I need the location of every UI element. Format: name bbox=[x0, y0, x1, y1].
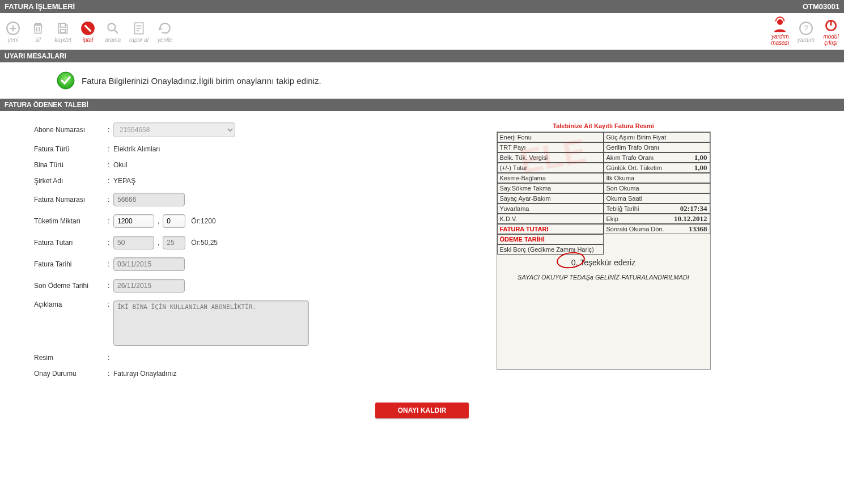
bill-left-row: TRT Payı bbox=[497, 142, 604, 153]
fatura-turu-label: Fatura Türü bbox=[34, 145, 108, 153]
save-icon bbox=[54, 20, 71, 37]
bill-right-row: Tebliğ Tarihi02:17:34 bbox=[604, 204, 710, 214]
headset-person-icon bbox=[771, 16, 788, 33]
son-odeme-label: Son Ödeme Tarihi bbox=[34, 282, 108, 290]
bill-left-row: Kesme-Bağlama bbox=[497, 173, 604, 183]
form-section-header: FATURA ÖDENEK TALEBİ bbox=[0, 99, 844, 111]
alert-message: Fatura Bilgilerinizi Onayladınız.İlgili … bbox=[0, 62, 844, 99]
delete-button[interactable]: sil bbox=[29, 20, 46, 43]
fatura-no-label: Fatura Numarası bbox=[34, 196, 108, 204]
fatura-turu-value: Elektrik Alımları bbox=[113, 145, 160, 153]
refresh-icon bbox=[156, 20, 173, 37]
cancel-icon bbox=[79, 20, 96, 37]
svg-point-4 bbox=[777, 19, 783, 25]
bill-thanks: 0, Teşekkür ederiz bbox=[497, 255, 710, 270]
power-icon bbox=[822, 16, 839, 33]
bill-image-caption: Talebinize Ait Kayıtlı Fatura Resmi bbox=[397, 122, 810, 129]
bill-left-row: Say.Sökme Takma bbox=[497, 183, 604, 193]
trash-icon bbox=[29, 20, 46, 37]
page-code: OTM03001 bbox=[803, 2, 839, 11]
bina-turu-label: Bina Türü bbox=[34, 161, 108, 169]
alert-text: Fatura Bilgilerinizi Onayladınız.İlgili … bbox=[82, 76, 321, 86]
report-icon bbox=[130, 20, 147, 37]
sirket-label: Şirket Adı bbox=[34, 177, 108, 185]
bill-left-row: K.D.V. bbox=[497, 214, 604, 224]
bill-left-row: Sayaç Ayar-Bakım bbox=[497, 193, 604, 204]
bill-right-row: Gerilim Trafo Oranı bbox=[604, 142, 710, 153]
search-icon bbox=[104, 20, 121, 37]
bill-image: ELE Enerji FonuTRT PayıBelk. Tük. Vergis… bbox=[497, 132, 711, 370]
bill-left-row: (+/-) Tutar bbox=[497, 163, 604, 173]
tuketim-label: Tüketim Miktarı bbox=[34, 217, 108, 225]
plus-circle-icon bbox=[5, 20, 22, 37]
bill-right-row: Son Okuma bbox=[604, 183, 710, 193]
bill-right-row: İlk Okuma bbox=[604, 173, 710, 183]
tuketim-dec-input[interactable] bbox=[163, 214, 185, 228]
bill-right-row: Günlük Ort. Tüketim1,00 bbox=[604, 163, 710, 173]
aciklama-textarea[interactable]: İKİ BİNA İÇİN KULLANILAN ABONELİKTİR. bbox=[113, 300, 309, 346]
fatura-tarihi-input[interactable] bbox=[113, 257, 185, 271]
help-button[interactable]: ? yardım bbox=[797, 20, 815, 43]
bill-right-row: Ekip10.12.2012 bbox=[604, 214, 710, 224]
bill-right-row: Akım Trafo Oranı1,00 bbox=[604, 153, 710, 163]
form-column: Abone Numarası: 21554658 Fatura Türü: El… bbox=[34, 122, 351, 386]
new-button[interactable]: yeni bbox=[5, 20, 22, 43]
abone-no-select[interactable]: 21554658 bbox=[113, 122, 235, 137]
resim-label: Resim bbox=[34, 354, 108, 362]
cancel-button[interactable]: iptal bbox=[79, 20, 96, 43]
page-header: FATURA İŞLEMLERİ OTM03001 bbox=[0, 0, 844, 13]
svg-text:?: ? bbox=[804, 23, 809, 33]
page-title: FATURA İŞLEMLERİ bbox=[5, 2, 75, 11]
tuketim-hint: Ör:1200 bbox=[191, 217, 215, 225]
remove-approval-button[interactable]: ONAYI KALDIR bbox=[375, 403, 469, 418]
tutar-int-input[interactable] bbox=[113, 236, 154, 249]
search-button[interactable]: arama bbox=[104, 20, 121, 43]
alert-section-header: UYARI MESAJLARI bbox=[0, 50, 844, 62]
son-odeme-input[interactable] bbox=[113, 279, 185, 293]
onay-label: Onay Durumu bbox=[34, 370, 108, 378]
exit-button[interactable]: modül çıkışı bbox=[822, 16, 839, 46]
toolbar: yeni sil kaydet iptal arama rapor al yen… bbox=[0, 13, 844, 50]
bill-image-column: Talebinize Ait Kayıtlı Fatura Resmi ELE … bbox=[397, 122, 810, 370]
tutar-dec-input[interactable] bbox=[163, 236, 185, 249]
bill-right-row: Güç Aşımı Birim Fiyat bbox=[604, 132, 710, 142]
aciklama-label: Açıklama bbox=[34, 300, 108, 308]
bill-right-row: Sonraki Okuma Dön.13368 bbox=[604, 224, 710, 234]
helpdesk-button[interactable]: yardım masası bbox=[771, 16, 789, 46]
sirket-value: YEPAŞ bbox=[113, 177, 135, 185]
bill-eski-borc: Eski Borç (Gecikme Zammı Hariç) bbox=[497, 244, 604, 255]
fatura-no-input[interactable] bbox=[113, 193, 185, 206]
save-button[interactable]: kaydet bbox=[54, 20, 71, 43]
question-circle-icon: ? bbox=[798, 20, 815, 37]
bill-left-red-row: ÖDEME TARİHİ bbox=[497, 234, 604, 244]
report-button[interactable]: rapor al bbox=[129, 20, 149, 43]
fatura-tarihi-label: Fatura Tarihi bbox=[34, 260, 108, 268]
onay-value: Faturayı Onayladınız bbox=[113, 370, 176, 378]
tuketim-int-input[interactable] bbox=[113, 214, 154, 228]
bill-footer: SAYACI OKUYUP TEDAŞa GELİNİZ-FATURALANDI… bbox=[497, 270, 710, 284]
abone-no-label: Abone Numarası bbox=[34, 126, 108, 134]
check-circle-icon bbox=[57, 71, 75, 90]
bill-left-row: Yuvarlama bbox=[497, 204, 604, 214]
bill-left-row: Enerji Fonu bbox=[497, 132, 604, 142]
refresh-button[interactable]: yenile bbox=[156, 20, 173, 43]
bina-turu-value: Okul bbox=[113, 161, 128, 169]
tutar-hint: Ör:50,25 bbox=[191, 239, 218, 247]
bill-left-red-row: FATURA TUTARI bbox=[497, 224, 604, 234]
svg-point-2 bbox=[108, 23, 115, 31]
bill-right-row: Okuma Saati bbox=[604, 193, 710, 204]
tutar-label: Fatura Tutarı bbox=[34, 239, 108, 247]
bill-left-row: Belk. Tük. Vergisi bbox=[497, 153, 604, 163]
